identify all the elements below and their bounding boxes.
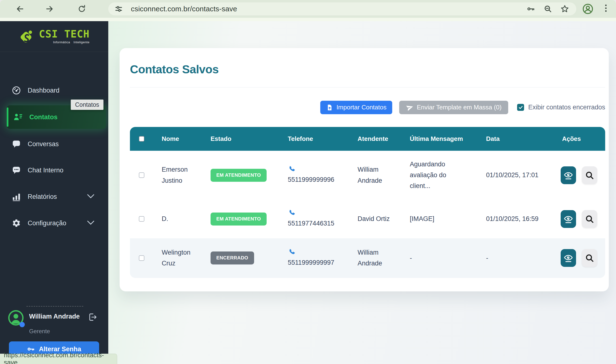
select-all-checkbox[interactable] — [139, 136, 144, 142]
avatar — [8, 310, 24, 326]
import-file-icon — [326, 104, 333, 111]
sidebar-item-configuracao[interactable]: Configuração — [0, 215, 108, 231]
forward-arrow-icon — [44, 4, 55, 14]
chevron-down-icon[interactable] — [87, 193, 95, 200]
sidebar-item-label: Chat Interno — [28, 167, 64, 174]
chat-dots-icon — [12, 165, 21, 175]
url-text[interactable]: csiconnect.com.br/contacts-save — [131, 5, 237, 13]
header-data: Data — [486, 135, 561, 143]
sidebar-item-label: Relatórios — [28, 193, 57, 200]
header-atendente: Atendente — [358, 135, 410, 143]
chevron-down-icon[interactable] — [87, 220, 95, 227]
browser-reload-button[interactable] — [75, 2, 89, 16]
row-checkbox[interactable] — [139, 255, 144, 261]
toolbar-divider — [0, 18, 616, 21]
sidebar-item-dashboard[interactable]: Dashboard — [0, 83, 108, 98]
password-key-icon[interactable] — [527, 5, 536, 13]
table-header-row: Nome Estado Telefone Atendente Última Me… — [130, 127, 605, 151]
bookmark-star-icon[interactable] — [561, 5, 569, 13]
logo: CSI TECH Informática Inteligente — [0, 21, 108, 52]
search-icon — [585, 253, 594, 263]
page-title: Contatos Salvos — [130, 63, 605, 76]
sidebar-item-relatorios[interactable]: Relatórios — [0, 189, 108, 204]
status-badge: EM ATENDIMENTO — [211, 169, 267, 182]
contact-name: Welington Cruz — [162, 247, 201, 269]
csi-tech-logo-icon — [19, 28, 35, 45]
header-estado: Estado — [211, 135, 288, 143]
gear-icon — [12, 218, 21, 228]
status-bar-url: https://csiconnect.com.br/contacts-save — [0, 354, 117, 364]
contact-date: 01/10/2025, 17:01 — [486, 170, 561, 181]
online-status-dot — [19, 322, 25, 327]
user-name: William Andrade — [29, 313, 80, 320]
paper-plane-icon — [406, 104, 414, 111]
contacts-card: Contatos Salvos Importar Contatos Enviar… — [120, 48, 609, 291]
status-badge: EM ATENDIMENTO — [211, 212, 267, 225]
zoom-out-icon[interactable] — [544, 5, 552, 13]
contact-agent: David Ortiz — [358, 213, 390, 224]
contact-date: - — [486, 253, 561, 263]
last-message: Aguardando avaliação do client... — [410, 159, 455, 192]
logo-subtitle: Informática Inteligente — [53, 40, 90, 44]
table-row: Emerson Justino EM ATENDIMENTO 551199999… — [130, 151, 605, 200]
contact-phone: 5511999999997 — [288, 257, 334, 268]
status-badge: ENCERRADO — [211, 251, 254, 264]
divider — [130, 87, 605, 88]
contatos-tooltip: Contatos — [71, 100, 104, 110]
header-telefone: Telefone — [288, 135, 358, 143]
eye-preview-icon — [563, 170, 573, 180]
row-checkbox[interactable] — [139, 216, 144, 222]
menu-dots-icon — [601, 3, 611, 13]
send-bulk-template-button[interactable]: Enviar Template em Massa (0) — [399, 101, 508, 114]
view-contact-button[interactable] — [561, 249, 576, 267]
search-icon — [585, 214, 594, 224]
contact-name: D. — [162, 213, 201, 224]
sidebar-item-label: Conversas — [28, 140, 59, 148]
back-arrow-icon — [14, 4, 25, 14]
sidebar-item-chat-interno[interactable]: Chat Interno — [0, 163, 108, 178]
bar-chart-icon — [12, 192, 21, 201]
show-closed-checkbox[interactable] — [517, 104, 524, 111]
contacts-table: Nome Estado Telefone Atendente Última Me… — [130, 127, 605, 278]
header-nome: Nome — [162, 135, 211, 143]
table-row: D. EM ATENDIMENTO 5511977446315 David Or… — [130, 200, 605, 238]
logout-icon[interactable] — [88, 312, 97, 323]
app-window: csiconnect.com.br/contacts-save CSI TECH — [0, 0, 616, 364]
browser-back-button[interactable] — [13, 2, 27, 16]
profile-icon — [582, 3, 594, 15]
sidebar-item-label: Dashboard — [28, 87, 59, 94]
header-ultima-mensagem: Última Mensagem — [410, 135, 486, 143]
eye-preview-icon — [563, 253, 573, 263]
contact-phone: 5511977446315 — [288, 218, 334, 229]
send-bulk-template-label: Enviar Template em Massa (0) — [417, 104, 501, 111]
tune-icon[interactable] — [114, 4, 123, 13]
address-bar[interactable]: csiconnect.com.br/contacts-save — [108, 2, 576, 15]
sidebar-item-label: Contatos — [29, 114, 57, 121]
contacts-icon — [13, 112, 23, 122]
search-contact-button[interactable] — [582, 166, 597, 184]
row-checkbox[interactable] — [139, 172, 144, 178]
check-icon — [518, 105, 523, 110]
sidebar-user-section: William Andrade Gerente Alterar Senha — [0, 306, 108, 357]
sidebar-item-conversas[interactable]: Conversas — [0, 136, 108, 152]
phone-icon — [288, 248, 295, 256]
contact-agent: William Andrade — [358, 247, 390, 269]
view-contact-button[interactable] — [561, 210, 576, 228]
logo-title: CSI TECH — [39, 29, 90, 39]
browser-profile-button[interactable] — [582, 3, 594, 15]
contact-name: Emerson Justino — [162, 164, 201, 186]
import-contacts-label: Importar Contatos — [336, 104, 387, 111]
reload-icon — [77, 4, 87, 14]
browser-toolbar: csiconnect.com.br/contacts-save — [0, 0, 616, 18]
browser-forward-button[interactable] — [43, 2, 56, 16]
eye-preview-icon — [563, 214, 573, 224]
search-contact-button[interactable] — [582, 249, 597, 267]
import-contacts-button[interactable]: Importar Contatos — [320, 101, 392, 114]
phone-icon — [288, 209, 295, 217]
chat-bubble-icon — [12, 139, 21, 149]
view-contact-button[interactable] — [561, 166, 576, 184]
browser-menu-button[interactable] — [601, 3, 611, 13]
search-contact-button[interactable] — [582, 210, 597, 228]
contact-phone: 5511999999996 — [288, 174, 334, 185]
user-role: Gerente — [29, 328, 80, 335]
